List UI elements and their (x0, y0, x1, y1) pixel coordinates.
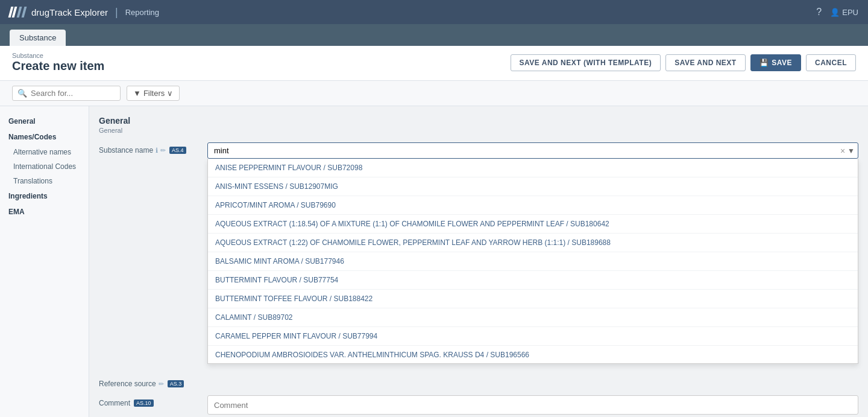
reference-source-edit-icon: ✏ (159, 380, 164, 388)
reference-source-badge: AS.3 (168, 380, 184, 387)
dropdown-item[interactable]: CHENOPODIUM AMBROSIOIDES VAR. ANTHELMINT… (208, 346, 858, 364)
dropdown-item[interactable]: CARAMEL PEPPER MINT FLAVOUR / SUB77994 (208, 327, 858, 346)
dropdown-item[interactable]: ANIS-MINT ESSENS / SUB12907MIG (208, 177, 858, 196)
sidebar-item-translations[interactable]: Translations (0, 174, 89, 188)
section-subtitle: General (99, 127, 858, 134)
comment-field-container (207, 395, 858, 415)
sidebar-section-ingredients[interactable]: Ingredients (0, 188, 89, 204)
sidebar-section-names-codes[interactable]: Names/Codes (0, 129, 89, 145)
comment-label: Comment AS.10 (99, 395, 207, 407)
dropdown-item[interactable]: ANISE PEPPERMINT FLAVOUR / SUB72098 (208, 159, 858, 177)
substance-name-info-icon: ℹ (156, 147, 158, 154)
substance-name-dropdown: ANISE PEPPERMINT FLAVOUR / SUB72098ANIS-… (207, 159, 858, 364)
nav-right: ? 👤 EPU (816, 7, 858, 18)
search-input[interactable] (31, 89, 115, 98)
dropdown-item[interactable]: BALSAMIC MINT AROMA / SUB177946 (208, 252, 858, 271)
sidebar-item-alternative-names[interactable]: Alternative names (0, 145, 89, 159)
dropdown-item[interactable]: BUTTERMINT FLAVOUR / SUB77754 (208, 271, 858, 290)
dropdown-item[interactable]: AQUEOUS EXTRACT (1:22) OF CHAMOMILE FLOW… (208, 234, 858, 252)
comment-badge: AS.10 (134, 399, 154, 407)
tab-substance[interactable]: Substance (10, 30, 66, 46)
sidebar: General Names/Codes Alternative names In… (0, 106, 89, 417)
search-icon: 🔍 (17, 89, 27, 98)
user-menu[interactable]: 👤 EPU (830, 8, 858, 17)
dropdown-item[interactable]: CALAMINT / SUB89702 (208, 308, 858, 327)
save-and-next-button[interactable]: SAVE AND NEXT (665, 54, 746, 71)
toolbar: 🔍 ▼ Filters ∨ (0, 81, 868, 106)
nav-section-label: Reporting (125, 8, 159, 17)
dropdown-item[interactable]: APRICOT/MINT AROMA / SUB79690 (208, 196, 858, 215)
logo-icon (10, 7, 25, 18)
cancel-button[interactable]: CANCEL (806, 54, 856, 71)
comment-input[interactable] (207, 395, 858, 415)
main-layout: General Names/Codes Alternative names In… (0, 106, 868, 417)
save-and-next-template-button[interactable]: SAVE AND NEXT (WITH TEMPLATE) (511, 54, 661, 71)
filter-icon: ▼ (133, 89, 141, 98)
header-buttons: SAVE AND NEXT (WITH TEMPLATE) SAVE AND N… (511, 54, 856, 71)
substance-name-controls: × ▼ (840, 146, 855, 156)
logo-area: drugTrack Explorer (10, 7, 108, 18)
breadcrumb: Substance (12, 52, 104, 59)
reference-source-label: Reference source ✏ AS.3 (99, 376, 207, 388)
form-row-substance-name: Substance name ℹ ✏ AS.4 × ▼ ANISE PEPPER… (99, 142, 858, 159)
dropdown-arrow-icon[interactable]: ▼ (848, 147, 855, 155)
substance-name-badge: AS.4 (169, 147, 186, 154)
save-icon: 💾 (760, 59, 769, 67)
user-label: EPU (842, 8, 858, 17)
form-row-reference-source: Reference source ✏ AS.3 (99, 376, 858, 388)
content-area: General General Substance name ℹ ✏ AS.4 … (89, 106, 868, 417)
nav-divider: | (115, 6, 118, 19)
sidebar-section-general[interactable]: General (0, 113, 89, 129)
dropdown-item[interactable]: BUTTERMINT TOFFEE FLAVOUR / SUB188422 (208, 290, 858, 308)
page-title-area: Substance Create new item (12, 52, 104, 73)
save-button[interactable]: 💾 SAVE (750, 54, 801, 71)
clear-icon[interactable]: × (840, 146, 845, 156)
chevron-down-icon: ∨ (167, 89, 173, 98)
section-title: General (99, 116, 858, 126)
user-icon: 👤 (830, 8, 840, 17)
top-navigation: drugTrack Explorer | Reporting ? 👤 EPU (0, 0, 868, 24)
help-icon[interactable]: ? (816, 7, 822, 18)
substance-name-input[interactable] (207, 142, 858, 159)
page-title: Create new item (12, 59, 104, 73)
filters-button[interactable]: ▼ Filters ∨ (127, 86, 180, 101)
substance-name-edit-icon: ✏ (160, 147, 166, 154)
app-name: drugTrack Explorer (31, 7, 108, 18)
substance-name-label: Substance name ℹ ✏ AS.4 (99, 142, 207, 154)
form-row-comment: Comment AS.10 (99, 395, 858, 415)
search-box[interactable]: 🔍 (12, 86, 121, 101)
substance-name-field: × ▼ ANISE PEPPERMINT FLAVOUR / SUB72098A… (207, 142, 858, 159)
page-header: Substance Create new item SAVE AND NEXT … (0, 46, 868, 81)
tab-bar: Substance (0, 24, 868, 46)
dropdown-item[interactable]: AQUEOUS EXTRACT (1:18.54) OF A MIXTURE (… (208, 215, 858, 234)
sidebar-section-ema[interactable]: EMA (0, 204, 89, 220)
sidebar-item-international-codes[interactable]: International Codes (0, 159, 89, 174)
